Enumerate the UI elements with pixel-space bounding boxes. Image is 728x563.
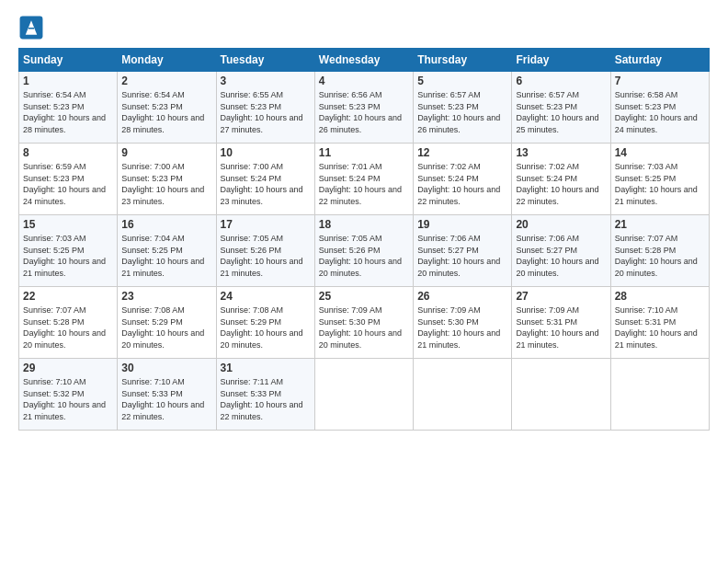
day-info: Sunrise: 7:05 AMSunset: 5:26 PMDaylight:… xyxy=(221,233,311,279)
day-cell-1: 1Sunrise: 6:54 AMSunset: 5:23 PMDaylight… xyxy=(19,72,118,144)
day-number: 16 xyxy=(121,218,211,231)
day-info: Sunrise: 7:07 AMSunset: 5:28 PMDaylight:… xyxy=(23,304,113,350)
day-number: 26 xyxy=(417,290,507,303)
day-info: Sunrise: 7:02 AMSunset: 5:24 PMDaylight:… xyxy=(417,161,507,207)
day-info: Sunrise: 7:04 AMSunset: 5:25 PMDaylight:… xyxy=(121,233,211,279)
day-info: Sunrise: 7:01 AMSunset: 5:24 PMDaylight:… xyxy=(319,161,409,207)
day-info: Sunrise: 7:11 AMSunset: 5:33 PMDaylight:… xyxy=(221,376,311,422)
day-cell-16: 16Sunrise: 7:04 AMSunset: 5:25 PMDayligh… xyxy=(118,215,216,287)
day-number: 3 xyxy=(221,75,311,87)
day-cell-14: 14Sunrise: 7:03 AMSunset: 5:25 PMDayligh… xyxy=(610,144,709,215)
header-day-monday: Monday xyxy=(118,49,216,72)
day-cell-6: 6Sunrise: 6:57 AMSunset: 5:23 PMDaylight… xyxy=(512,72,610,144)
day-number: 13 xyxy=(516,146,606,159)
header-day-saturday: Saturday xyxy=(610,49,709,72)
day-number: 14 xyxy=(615,146,705,159)
header xyxy=(18,15,710,40)
day-number: 6 xyxy=(516,75,606,87)
day-cell-26: 26Sunrise: 7:09 AMSunset: 5:30 PMDayligh… xyxy=(414,287,512,359)
day-cell-17: 17Sunrise: 7:05 AMSunset: 5:26 PMDayligh… xyxy=(216,215,314,287)
day-info: Sunrise: 7:06 AMSunset: 5:27 PMDaylight:… xyxy=(516,233,606,279)
day-cell-18: 18Sunrise: 7:05 AMSunset: 5:26 PMDayligh… xyxy=(314,215,413,287)
logo-icon xyxy=(18,15,44,40)
day-cell-22: 22Sunrise: 7:07 AMSunset: 5:28 PMDayligh… xyxy=(19,287,118,359)
day-cell-11: 11Sunrise: 7:01 AMSunset: 5:24 PMDayligh… xyxy=(314,144,413,215)
day-info: Sunrise: 6:57 AMSunset: 5:23 PMDaylight:… xyxy=(516,89,606,135)
logo xyxy=(18,15,46,40)
day-cell-4: 4Sunrise: 6:56 AMSunset: 5:23 PMDaylight… xyxy=(314,72,413,144)
day-info: Sunrise: 6:57 AMSunset: 5:23 PMDaylight:… xyxy=(417,89,507,135)
header-row: SundayMondayTuesdayWednesdayThursdayFrid… xyxy=(19,49,710,72)
day-number: 9 xyxy=(121,146,211,159)
day-info: Sunrise: 7:00 AMSunset: 5:23 PMDaylight:… xyxy=(121,161,211,207)
day-number: 27 xyxy=(516,290,606,303)
header-day-thursday: Thursday xyxy=(414,49,512,72)
day-cell-29: 29Sunrise: 7:10 AMSunset: 5:32 PMDayligh… xyxy=(19,359,118,431)
day-cell-30: 30Sunrise: 7:10 AMSunset: 5:33 PMDayligh… xyxy=(118,359,216,431)
day-info: Sunrise: 6:58 AMSunset: 5:23 PMDaylight:… xyxy=(615,89,705,135)
week-row-2: 8Sunrise: 6:59 AMSunset: 5:23 PMDaylight… xyxy=(19,144,710,215)
day-number: 30 xyxy=(121,362,211,374)
day-cell-15: 15Sunrise: 7:03 AMSunset: 5:25 PMDayligh… xyxy=(19,215,118,287)
day-cell-19: 19Sunrise: 7:06 AMSunset: 5:27 PMDayligh… xyxy=(414,215,512,287)
day-cell-20: 20Sunrise: 7:06 AMSunset: 5:27 PMDayligh… xyxy=(512,215,610,287)
day-number: 25 xyxy=(319,290,409,303)
day-number: 29 xyxy=(23,362,113,374)
calendar-body: 1Sunrise: 6:54 AMSunset: 5:23 PMDaylight… xyxy=(19,72,710,431)
day-number: 17 xyxy=(221,218,311,231)
day-info: Sunrise: 7:08 AMSunset: 5:29 PMDaylight:… xyxy=(121,304,211,350)
day-info: Sunrise: 7:03 AMSunset: 5:25 PMDaylight:… xyxy=(23,233,113,279)
day-cell-27: 27Sunrise: 7:09 AMSunset: 5:31 PMDayligh… xyxy=(512,287,610,359)
empty-cell xyxy=(314,359,413,431)
day-info: Sunrise: 6:56 AMSunset: 5:23 PMDaylight:… xyxy=(319,89,409,135)
day-info: Sunrise: 7:02 AMSunset: 5:24 PMDaylight:… xyxy=(516,161,606,207)
day-cell-7: 7Sunrise: 6:58 AMSunset: 5:23 PMDaylight… xyxy=(610,72,709,144)
day-number: 28 xyxy=(615,290,705,303)
day-info: Sunrise: 7:10 AMSunset: 5:32 PMDaylight:… xyxy=(23,376,113,422)
day-number: 7 xyxy=(615,75,705,87)
day-info: Sunrise: 7:03 AMSunset: 5:25 PMDaylight:… xyxy=(615,161,705,207)
day-info: Sunrise: 7:06 AMSunset: 5:27 PMDaylight:… xyxy=(417,233,507,279)
day-info: Sunrise: 6:54 AMSunset: 5:23 PMDaylight:… xyxy=(23,89,113,135)
header-day-wednesday: Wednesday xyxy=(314,49,413,72)
header-day-tuesday: Tuesday xyxy=(216,49,314,72)
day-number: 1 xyxy=(23,75,113,87)
day-number: 20 xyxy=(516,218,606,231)
day-info: Sunrise: 7:08 AMSunset: 5:29 PMDaylight:… xyxy=(221,304,311,350)
day-number: 10 xyxy=(221,146,311,159)
day-number: 19 xyxy=(417,218,507,231)
week-row-1: 1Sunrise: 6:54 AMSunset: 5:23 PMDaylight… xyxy=(19,72,710,144)
day-cell-10: 10Sunrise: 7:00 AMSunset: 5:24 PMDayligh… xyxy=(216,144,314,215)
day-number: 31 xyxy=(221,362,311,374)
day-cell-31: 31Sunrise: 7:11 AMSunset: 5:33 PMDayligh… xyxy=(216,359,314,431)
empty-cell xyxy=(610,359,709,431)
day-number: 22 xyxy=(23,290,113,303)
day-number: 18 xyxy=(319,218,409,231)
day-info: Sunrise: 7:10 AMSunset: 5:31 PMDaylight:… xyxy=(615,304,705,350)
empty-cell xyxy=(512,359,610,431)
header-day-sunday: Sunday xyxy=(19,49,118,72)
week-row-3: 15Sunrise: 7:03 AMSunset: 5:25 PMDayligh… xyxy=(19,215,710,287)
empty-cell xyxy=(414,359,512,431)
day-number: 8 xyxy=(23,146,113,159)
day-info: Sunrise: 7:09 AMSunset: 5:31 PMDaylight:… xyxy=(516,304,606,350)
day-cell-8: 8Sunrise: 6:59 AMSunset: 5:23 PMDaylight… xyxy=(19,144,118,215)
day-number: 2 xyxy=(121,75,211,87)
day-number: 4 xyxy=(319,75,409,87)
day-info: Sunrise: 7:00 AMSunset: 5:24 PMDaylight:… xyxy=(221,161,311,207)
week-row-5: 29Sunrise: 7:10 AMSunset: 5:32 PMDayligh… xyxy=(19,359,710,431)
day-number: 24 xyxy=(221,290,311,303)
day-cell-28: 28Sunrise: 7:10 AMSunset: 5:31 PMDayligh… xyxy=(610,287,709,359)
day-number: 12 xyxy=(417,146,507,159)
day-cell-2: 2Sunrise: 6:54 AMSunset: 5:23 PMDaylight… xyxy=(118,72,216,144)
day-cell-3: 3Sunrise: 6:55 AMSunset: 5:23 PMDaylight… xyxy=(216,72,314,144)
day-number: 15 xyxy=(23,218,113,231)
svg-rect-2 xyxy=(28,28,34,29)
day-cell-24: 24Sunrise: 7:08 AMSunset: 5:29 PMDayligh… xyxy=(216,287,314,359)
day-info: Sunrise: 6:59 AMSunset: 5:23 PMDaylight:… xyxy=(23,161,113,207)
day-cell-21: 21Sunrise: 7:07 AMSunset: 5:28 PMDayligh… xyxy=(610,215,709,287)
day-info: Sunrise: 7:07 AMSunset: 5:28 PMDaylight:… xyxy=(615,233,705,279)
day-info: Sunrise: 7:09 AMSunset: 5:30 PMDaylight:… xyxy=(319,304,409,350)
day-number: 21 xyxy=(615,218,705,231)
day-info: Sunrise: 7:10 AMSunset: 5:33 PMDaylight:… xyxy=(121,376,211,422)
